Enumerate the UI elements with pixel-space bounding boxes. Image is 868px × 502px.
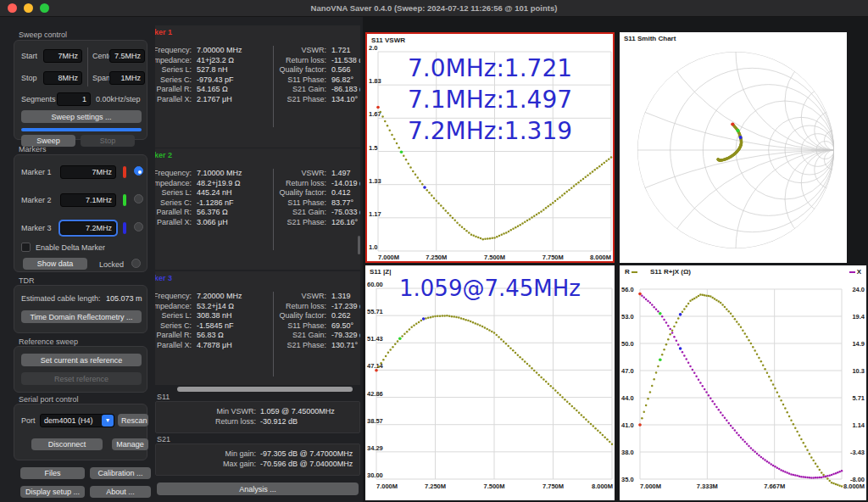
marker1-input[interactable] — [60, 165, 116, 179]
data-row: Series L:445.24 nH — [155, 188, 242, 198]
markers-label: Markers — [19, 145, 47, 153]
svg-text:19.4: 19.4 — [852, 313, 865, 321]
start-input[interactable] — [43, 49, 82, 63]
z-chart-title: S11 |Z| — [370, 268, 391, 276]
files-button[interactable]: Files — [20, 467, 85, 479]
rjx-legend-r: R — [625, 268, 639, 276]
svg-text:1.17: 1.17 — [369, 210, 381, 218]
marker3-label: Marker 3 — [21, 224, 52, 232]
smith-grid — [620, 32, 847, 263]
marker1-label: Marker 1 — [21, 168, 52, 176]
series-R — [638, 293, 843, 488]
data-row: Frequency:7.20000 MHz — [155, 292, 242, 302]
span-label: Span — [92, 74, 110, 82]
marker2-radio[interactable] — [134, 194, 143, 204]
s21-summary-box: Min gain:-97.305 dB @ 7.47000MHzMax gain… — [155, 443, 360, 476]
data-row: Impedance:41+j23.2 Ω — [155, 56, 242, 66]
data-row: Parallel R:54.165 Ω — [155, 85, 242, 95]
marker1-radio[interactable] — [134, 166, 143, 176]
s21-box-label: S21 — [157, 435, 170, 443]
segments-input[interactable] — [57, 92, 91, 106]
set-reference-button[interactable]: Set current as reference — [21, 354, 142, 366]
port-label: Port — [21, 416, 36, 425]
svg-text:-8.00: -8.00 — [850, 476, 865, 483]
svg-text:24.0: 24.0 — [852, 286, 865, 293]
segments-label: Segments — [21, 95, 56, 103]
svg-text:7.000M: 7.000M — [376, 482, 398, 490]
impedance-magnitude-chart[interactable]: S11 |Z| 7.000M7.250M7.500M7.750M8.000M60… — [365, 265, 615, 500]
r-series-swatch — [632, 271, 637, 273]
svg-text:38.57: 38.57 — [367, 417, 383, 425]
vertical-scrollbar[interactable] — [358, 236, 360, 254]
display-setup-button[interactable]: Display setup ... — [20, 486, 85, 498]
stop-input[interactable] — [43, 71, 82, 85]
svg-text:7.000M: 7.000M — [378, 254, 399, 261]
marker1-color-bar[interactable] — [123, 166, 126, 178]
marker2-left-rows: Frequency:7.10000 MHzImpedance:48.2+j19.… — [155, 169, 242, 227]
marker-point — [736, 129, 739, 132]
horizontal-scrollbar[interactable] — [177, 387, 353, 392]
data-row: Series L:308.38 nH — [155, 311, 242, 321]
marker3-radio[interactable] — [134, 222, 143, 231]
rjx-chart[interactable]: R S11 R+jX (Ω) X 7.000M7.333M7.667M8.000… — [620, 265, 866, 500]
svg-text:7.500M: 7.500M — [483, 482, 504, 490]
data-row: Min gain:-97.305 dB @ 7.47000MHz — [156, 449, 359, 460]
smith-chart[interactable]: S11 Smith Chart — [620, 32, 847, 263]
center-input[interactable] — [109, 49, 145, 63]
data-row: Quality factor:0.566 — [274, 65, 360, 75]
marker2-color-bar[interactable] — [123, 194, 126, 206]
svg-text:30.00: 30.00 — [367, 471, 383, 479]
data-row: Impedance:48.2+j19.9 Ω — [155, 179, 242, 189]
center-label: Center — [92, 52, 111, 60]
svg-text:50.0: 50.0 — [621, 340, 634, 348]
svg-text:7.500M: 7.500M — [484, 254, 505, 261]
reset-reference-button[interactable]: Reset reference — [21, 372, 142, 385]
disconnect-button[interactable]: Disconnect — [31, 438, 103, 450]
span-input[interactable] — [109, 71, 145, 85]
svg-text:42.86: 42.86 — [367, 390, 383, 398]
marker1-left-rows: Frequency:7.00000 MHzImpedance:41+j23.2 … — [155, 46, 242, 104]
analysis-button[interactable]: Analysis ... — [157, 482, 359, 495]
enable-delta-checkbox[interactable] — [21, 243, 31, 252]
data-row: Parallel R:56.83 Ω — [155, 331, 242, 341]
marker2-input[interactable] — [60, 193, 116, 207]
data-row: Parallel X:2.1767 μH — [155, 95, 242, 105]
svg-text:1.14: 1.14 — [852, 421, 865, 429]
rescan-button[interactable]: Rescan — [118, 414, 148, 427]
show-data-button[interactable]: Show data — [23, 258, 87, 270]
s11-box-label: S11 — [157, 393, 170, 401]
marker3-color-bar[interactable] — [123, 222, 126, 234]
enable-delta-label: Enable Delta Marker — [36, 243, 105, 252]
vswr-chart[interactable]: S11 VSWR 7.000M7.250M7.500M7.750M8.000M2… — [365, 32, 615, 263]
s11-summary-rows: Min VSWR:1.059 @ 7.45000MHzReturn loss:-… — [156, 407, 359, 427]
app-window: NanoVNA Saver 0.4.0 (Sweep: 2024-07-12 1… — [0, 0, 868, 502]
tdr-button[interactable]: Time Domain Reflectometry ... — [21, 310, 142, 323]
data-row: Series C:-979.43 pF — [155, 75, 242, 86]
chevron-down-icon[interactable]: ▾ — [102, 415, 114, 427]
data-row: Max gain:-70.596 dB @ 7.04000MHz — [156, 460, 359, 470]
data-row: S21 Phase:130.71° — [274, 341, 360, 351]
manage-button[interactable]: Manage — [112, 438, 148, 450]
about-button[interactable]: About ... — [90, 486, 151, 498]
calibration-button[interactable]: Calibration ... — [90, 467, 151, 479]
svg-text:53.0: 53.0 — [621, 313, 634, 321]
serial-group: Port dem4001 (H4) ▾ Rescan Disconnect Ma… — [14, 404, 147, 460]
svg-text:47.0: 47.0 — [621, 367, 634, 375]
svg-text:35.0: 35.0 — [621, 476, 634, 483]
reference-sweep-label: Reference sweep — [19, 337, 78, 346]
svg-text:8.000M: 8.000M — [592, 482, 613, 490]
data-row: Return loss:-17.239 dB — [274, 302, 360, 312]
locked-label: Locked — [99, 260, 124, 269]
svg-text:7.750M: 7.750M — [542, 482, 564, 490]
stop-button[interactable]: Stop — [81, 135, 135, 147]
sweep-divider — [87, 47, 88, 86]
sweep-progress-bar — [21, 128, 142, 131]
locked-radio[interactable] — [131, 259, 141, 268]
marker-point — [679, 347, 682, 350]
svg-text:2.0: 2.0 — [369, 44, 377, 52]
sweep-settings-button[interactable]: Sweep settings ... — [21, 110, 142, 123]
data-row: S11 Phase:96.82° — [274, 75, 360, 86]
marker-point — [423, 186, 426, 189]
marker3-input[interactable] — [60, 221, 116, 235]
titlebar: NanoVNA Saver 0.4.0 (Sweep: 2024-07-12 1… — [0, 0, 868, 17]
